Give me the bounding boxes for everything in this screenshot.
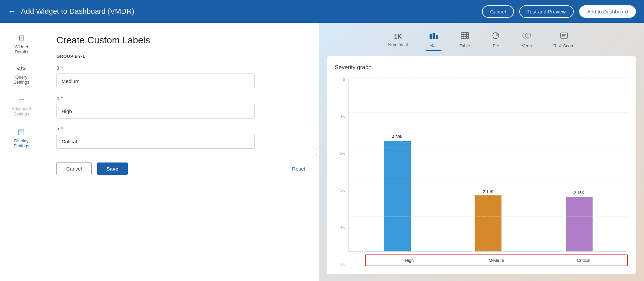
content-area: Create Custom Labels GROUP BY-1 3 * 4 * … xyxy=(43,23,644,281)
bar-high xyxy=(384,141,411,251)
table-icon xyxy=(460,32,469,41)
preview-panel: 1K Numerical Bar xyxy=(319,23,644,281)
chart-type-label-numerical: Numerical xyxy=(388,42,408,47)
field-label-4: 4 * xyxy=(56,96,305,101)
x-label-medium: Medium xyxy=(453,255,540,266)
bar-chart-area: 5K 4K 3K 2K 1K 0 xyxy=(335,78,628,266)
chart-body: 4.38K 2.19K 2.16K xyxy=(348,78,628,266)
header: ← Add Widget to Dashboard (VMDR) Cancel … xyxy=(0,0,644,23)
venn-icon xyxy=(522,32,532,41)
y-label-0: 0 xyxy=(335,78,345,82)
field-label-3: 3 * xyxy=(56,65,305,71)
chart-type-pie[interactable]: Pie xyxy=(487,30,504,50)
form-save-button[interactable]: Save xyxy=(97,162,128,175)
display-settings-icon: ▤ xyxy=(18,128,25,136)
chart-type-label-pie: Pie xyxy=(493,43,499,48)
svg-rect-3 xyxy=(461,33,469,39)
x-axis: High Medium Critical xyxy=(365,254,628,266)
cancel-button[interactable]: Cancel xyxy=(482,5,514,18)
chart-type-label-bar: Bar xyxy=(430,43,437,48)
pie-icon xyxy=(491,32,500,41)
back-button[interactable]: ← xyxy=(8,7,15,16)
risk-score-icon xyxy=(560,32,568,41)
form-cancel-button[interactable]: Cancel xyxy=(56,162,92,175)
bar-wrapper-critical: 2.16K xyxy=(544,191,614,251)
bar-value-medium: 2.19K xyxy=(483,189,493,194)
bar-wrapper-high: 4.38K xyxy=(362,135,433,251)
chart-type-label-venn: Venn xyxy=(522,43,532,48)
chart-type-selector: 1K Numerical Bar xyxy=(327,30,636,51)
chart-title: Severity graph xyxy=(335,64,628,71)
chart-type-label-risk-score: Risk Score xyxy=(553,43,574,48)
sidebar: ⊡ WidgetDetails </> QuerySettings ⚌ Adva… xyxy=(0,23,43,281)
sidebar-item-query-settings[interactable]: </> QuerySettings xyxy=(0,60,43,90)
numerical-icon: 1K xyxy=(394,33,402,40)
sidebar-item-advanced-settings[interactable]: ⚌ AdvancedSettings xyxy=(0,90,43,122)
y-label-4k: 4K xyxy=(335,225,345,229)
chart-type-label-table: Table xyxy=(459,43,470,48)
svg-rect-0 xyxy=(430,34,432,39)
required-indicator-5: * xyxy=(60,126,63,131)
query-settings-icon: </> xyxy=(17,65,26,73)
test-preview-button[interactable]: Test and Preview xyxy=(519,5,574,18)
advanced-settings-icon: ⚌ xyxy=(18,96,25,104)
field-input-5[interactable] xyxy=(56,134,255,149)
field-input-3[interactable] xyxy=(56,74,255,88)
chart-type-risk-score[interactable]: Risk Score xyxy=(549,30,578,50)
form-reset-button[interactable]: Reset xyxy=(292,166,305,172)
sidebar-item-widget-details[interactable]: ⊡ WidgetDetails xyxy=(0,28,43,60)
y-axis: 5K 4K 3K 2K 1K 0 xyxy=(335,78,348,266)
chart-type-table[interactable]: Table xyxy=(455,30,474,50)
bar-wrapper-medium: 2.19K xyxy=(453,189,523,251)
chart-type-numerical[interactable]: 1K Numerical xyxy=(384,31,412,49)
bar-chart-inner: 5K 4K 3K 2K 1K 0 xyxy=(335,78,628,266)
sidebar-item-label-advanced-settings: AdvancedSettings xyxy=(12,106,31,116)
svg-rect-2 xyxy=(436,35,438,39)
svg-rect-1 xyxy=(433,33,435,39)
y-label-1k: 1K xyxy=(335,114,345,119)
field-input-4[interactable] xyxy=(56,104,255,119)
grid-line-5k xyxy=(349,78,628,78)
bar-value-high: 4.38K xyxy=(392,135,402,139)
group-by-label: GROUP BY-1 xyxy=(56,54,305,59)
sidebar-item-label-display-settings: DisplaySettings xyxy=(13,138,29,148)
x-label-critical: Critical xyxy=(540,255,627,266)
required-indicator-4: * xyxy=(60,96,63,101)
page-title: Add Widget to Dashboard (VMDR) xyxy=(21,7,477,16)
chart-type-venn[interactable]: Venn xyxy=(518,30,536,50)
field-group-3: 3 * xyxy=(56,65,305,88)
bars-container: 4.38K 2.19K 2.16K xyxy=(348,78,628,252)
y-label-5k: 5K xyxy=(335,262,345,266)
bar-icon xyxy=(429,32,438,41)
main-layout: ⊡ WidgetDetails </> QuerySettings ⚌ Adva… xyxy=(0,23,644,281)
widget-details-icon: ⊡ xyxy=(18,34,25,42)
field-label-5: 5 * xyxy=(56,126,305,131)
sidebar-item-label-widget-details: WidgetDetails xyxy=(14,44,28,54)
form-footer: Cancel Save Reset xyxy=(56,162,305,175)
bar-medium xyxy=(475,195,501,251)
field-group-5: 5 * xyxy=(56,126,305,149)
x-label-high: High xyxy=(366,255,453,266)
sidebar-item-display-settings[interactable]: ▤ DisplaySettings xyxy=(0,122,43,154)
bar-critical xyxy=(566,197,593,251)
add-dashboard-button[interactable]: Add to Dashboard xyxy=(579,5,636,18)
y-label-3k: 3K xyxy=(335,188,345,192)
collapse-button[interactable]: ‹ xyxy=(315,147,319,157)
form-title: Create Custom Labels xyxy=(56,35,305,46)
chart-card: Severity graph 5K 4K 3K 2K 1K 0 xyxy=(327,56,636,274)
grid-line-4k xyxy=(349,112,628,112)
y-label-2k: 2K xyxy=(335,151,345,155)
field-group-4: 4 * xyxy=(56,96,305,119)
required-indicator-3: * xyxy=(60,65,63,71)
form-panel: Create Custom Labels GROUP BY-1 3 * 4 * … xyxy=(43,23,319,281)
sidebar-item-label-query-settings: QuerySettings xyxy=(13,75,29,85)
bar-value-critical: 2.16K xyxy=(574,191,584,195)
chart-type-bar[interactable]: Bar xyxy=(425,30,442,51)
